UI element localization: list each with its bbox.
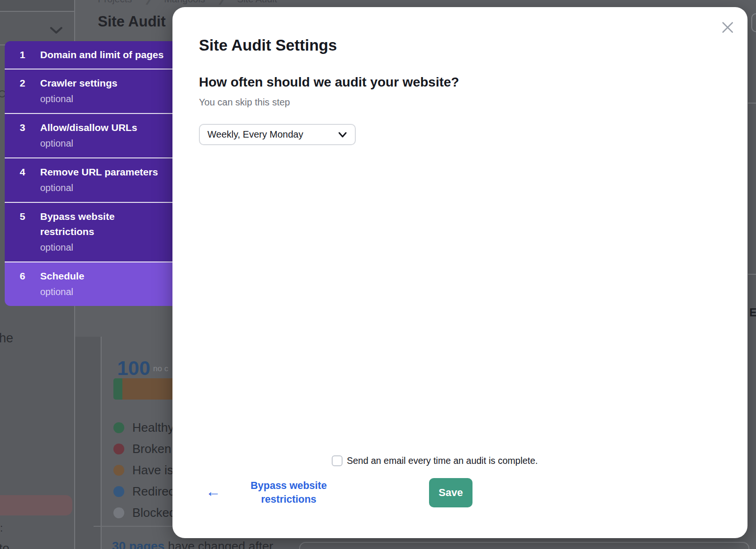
- background-vertical-divider: [101, 337, 102, 549]
- legend-dot-icon: [113, 465, 124, 476]
- background-page-title: Site Audit: [98, 13, 166, 30]
- schedule-question: How often should we audit your website?: [199, 75, 459, 90]
- background-highlighted-item: [0, 495, 72, 515]
- clipped-text-fragment: :: [0, 522, 3, 534]
- legend-label: Blocked: [132, 505, 176, 520]
- changed-pages-note: 30 pages have changed after: [112, 539, 273, 549]
- step-note: optional: [40, 91, 165, 107]
- background-card-outline: [299, 542, 749, 549]
- breadcrumb-item: Mangools: [164, 0, 205, 5]
- background-divider-fragment: [748, 103, 756, 104]
- step-number: 3: [5, 120, 40, 151]
- audit-frequency-value: Weekly, Every Monday: [207, 129, 338, 140]
- wizard-step-2[interactable]: 2Crawler settingsoptional: [5, 69, 172, 113]
- step-label: Bypass website restrictions: [40, 209, 165, 239]
- step-note: optional: [40, 239, 165, 255]
- step-label: Crawler settings: [40, 76, 165, 91]
- skip-step-hint: You can skip this step: [199, 97, 290, 108]
- step-label: Schedule: [40, 269, 165, 284]
- email-notification-label: Send an email every time an audit is com…: [347, 455, 538, 466]
- wizard-steps: 1Domain and limit of pages2Crawler setti…: [5, 41, 172, 306]
- background-button-outline: [751, 13, 756, 32]
- site-health-score-note: no c: [153, 364, 168, 374]
- breadcrumb: Projects❯Mangools❯Site Audit: [98, 0, 277, 5]
- step-label: Remove URL parameters: [40, 165, 165, 180]
- status-bar-segment-healthy: [113, 378, 122, 400]
- step-number: 1: [5, 47, 40, 62]
- save-button[interactable]: Save: [429, 478, 472, 507]
- step-number: 6: [5, 269, 40, 300]
- legend-label: Healthy: [132, 420, 174, 435]
- modal-title: Site Audit Settings: [199, 36, 337, 54]
- step-number: 2: [5, 76, 40, 107]
- background-horizontal-divider: [0, 11, 74, 12]
- wizard-step-6[interactable]: 6Scheduleoptional: [5, 261, 172, 306]
- wizard-step-5[interactable]: 5Bypass website restrictionsoptional: [5, 202, 172, 261]
- legend-label: Broken: [132, 442, 171, 456]
- step-label: Domain and limit of pages: [40, 47, 165, 62]
- wizard-step-4[interactable]: 4Remove URL parametersoptional: [5, 157, 172, 202]
- audit-frequency-select[interactable]: Weekly, Every Monday: [199, 124, 356, 145]
- background-top-band: [0, 0, 74, 11]
- step-note: optional: [40, 135, 165, 151]
- clipped-text-fragment: he: [0, 331, 13, 346]
- step-number: 5: [5, 209, 40, 255]
- chevron-down-icon: [338, 131, 347, 138]
- step-label: Allow/disallow URLs: [40, 120, 165, 135]
- email-notification-checkbox[interactable]: [332, 455, 343, 466]
- back-arrow-icon[interactable]: ←: [206, 484, 221, 499]
- breadcrumb-separator-icon: ❯: [144, 0, 152, 5]
- chevron-down-icon: [49, 25, 63, 35]
- legend-dot-icon: [113, 486, 124, 497]
- site-audit-settings-screen: Projects❯Mangools❯Site Audit Site Audit …: [0, 0, 756, 549]
- step-note: optional: [40, 180, 165, 196]
- bypass-website-restrictions-link[interactable]: Bypass website restrictions: [241, 479, 336, 506]
- pages-status-bar: [113, 378, 172, 400]
- status-bar-segment-have-issues: [122, 378, 172, 400]
- changed-pages-text: have changed after: [164, 539, 273, 549]
- clipped-text-fragment: to: [0, 541, 9, 549]
- breadcrumb-item: Site Audit: [237, 0, 277, 5]
- background-divider-fragment: [748, 274, 756, 275]
- legend-dot-icon: [113, 422, 124, 433]
- breadcrumb-separator-icon: ❯: [217, 0, 225, 5]
- wizard-step-3[interactable]: 3Allow/disallow URLsoptional: [5, 113, 172, 157]
- step-number: 4: [5, 165, 40, 196]
- site-health-score: 100: [117, 357, 150, 380]
- background-gutter-column: [75, 337, 101, 549]
- clipped-text-fragment: E: [749, 306, 756, 319]
- email-notification-row: Send an email every time an audit is com…: [332, 455, 538, 466]
- close-icon[interactable]: [720, 20, 735, 35]
- changed-pages-count: 30 pages: [112, 539, 164, 549]
- site-audit-settings-modal: Site Audit Settings How often should we …: [172, 7, 747, 538]
- legend-dot-icon: [113, 444, 124, 454]
- wizard-step-1[interactable]: 1Domain and limit of pages: [5, 41, 172, 69]
- breadcrumb-item: Projects: [98, 0, 132, 5]
- step-note: optional: [40, 284, 165, 300]
- legend-dot-icon: [113, 507, 124, 518]
